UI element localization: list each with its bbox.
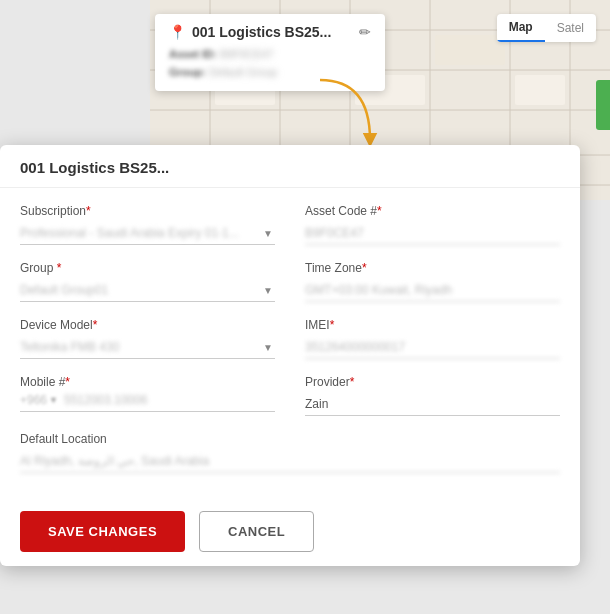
form-row-3: Device Model* ▼ IMEI* — [20, 318, 560, 359]
default-location-row: Default Location Al Riyadh, حي الروضة, S… — [20, 432, 560, 473]
group-label: Group * — [20, 261, 275, 275]
device-model-field: Device Model* ▼ — [20, 318, 275, 359]
asset-id-label: Asset ID: B9F0CE47 — [169, 46, 371, 64]
form-row-2: Group * ▼ Time Zone* — [20, 261, 560, 302]
provider-field: Provider* — [305, 375, 560, 416]
imei-field: IMEI* — [305, 318, 560, 359]
device-model-input[interactable] — [20, 336, 275, 358]
device-model-select-wrap: ▼ — [20, 336, 275, 359]
modal-footer: SAVE CHANGES CANCEL — [0, 497, 580, 566]
subscription-input[interactable] — [20, 222, 275, 244]
imei-input[interactable] — [305, 336, 560, 359]
provider-label: Provider* — [305, 375, 560, 389]
modal-body: Subscription* ▼ Asset Code #* Group * — [0, 188, 580, 497]
subscription-select-wrap: ▼ — [20, 222, 275, 245]
cancel-button[interactable]: CANCEL — [199, 511, 314, 552]
device-model-label: Device Model* — [20, 318, 275, 332]
mobile-input-row: +966 ▼ — [20, 393, 275, 412]
asset-code-label: Asset Code #* — [305, 204, 560, 218]
timezone-field: Time Zone* — [305, 261, 560, 302]
mobile-number-input[interactable] — [64, 393, 275, 407]
provider-input[interactable] — [305, 393, 560, 416]
save-changes-button[interactable]: SAVE CHANGES — [20, 511, 185, 552]
group-field: Group * ▼ — [20, 261, 275, 302]
asset-info-card: 📍 001 Logistics BS25... ✏ Asset ID: B9F0… — [155, 14, 385, 91]
timezone-input[interactable] — [305, 279, 560, 302]
subscription-field: Subscription* ▼ — [20, 204, 275, 245]
mobile-chevron: ▼ — [49, 395, 58, 405]
mobile-code[interactable]: +966 ▼ — [20, 393, 58, 407]
form-row-4: Mobile #* +966 ▼ Provider* — [20, 375, 560, 416]
asset-code-field: Asset Code #* — [305, 204, 560, 245]
location-pin-icon: 📍 — [169, 24, 186, 40]
mobile-label: Mobile #* — [20, 375, 275, 389]
group-label: Group: Default Group — [169, 64, 371, 82]
edit-modal: 001 Logistics BS25... Subscription* ▼ As… — [0, 145, 580, 566]
asset-code-input[interactable] — [305, 222, 560, 245]
group-input[interactable] — [20, 279, 275, 301]
tab-map[interactable]: Map — [497, 14, 545, 42]
form-row-1: Subscription* ▼ Asset Code #* — [20, 204, 560, 245]
subscription-label: Subscription* — [20, 204, 275, 218]
card-info: Asset ID: B9F0CE47 Group: Default Group — [169, 46, 371, 81]
svg-rect-17 — [515, 75, 565, 105]
green-indicator — [596, 80, 610, 130]
timezone-label: Time Zone* — [305, 261, 560, 275]
tab-satellite[interactable]: Satel — [545, 14, 596, 42]
modal-title: 001 Logistics BS25... — [20, 159, 169, 176]
imei-label: IMEI* — [305, 318, 560, 332]
svg-rect-16 — [435, 35, 505, 65]
group-select-wrap: ▼ — [20, 279, 275, 302]
default-location-value[interactable]: Al Riyadh, حي الروضة, Saudi Arabia — [20, 450, 560, 473]
mobile-field: Mobile #* +966 ▼ — [20, 375, 275, 416]
edit-icon[interactable]: ✏ — [359, 24, 371, 40]
card-title: 001 Logistics BS25... — [192, 24, 331, 40]
modal-header: 001 Logistics BS25... — [0, 145, 580, 188]
default-location-label: Default Location — [20, 432, 560, 446]
map-tab-bar: Map Satel — [497, 14, 596, 42]
card-title-row: 📍 001 Logistics BS25... ✏ — [169, 24, 371, 40]
